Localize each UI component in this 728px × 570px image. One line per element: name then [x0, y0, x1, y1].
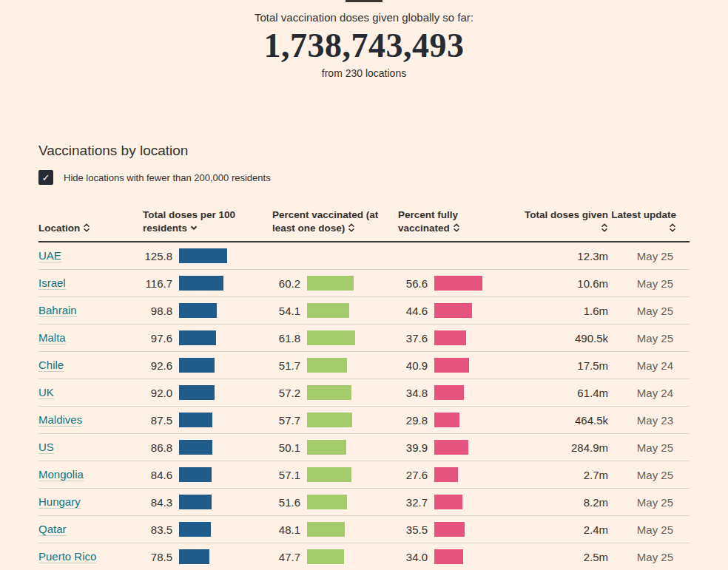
pct-one-dose-cell: 51.7 [272, 358, 398, 373]
pct-fully-vaccinated-cell: 40.9 [398, 358, 518, 373]
latest-update-cell: May 24 [608, 387, 690, 399]
location-link[interactable]: UK [38, 386, 54, 399]
sort-icon[interactable] [190, 222, 198, 235]
sort-icon[interactable] [601, 222, 608, 235]
doses-per-100-bar [179, 385, 215, 400]
doses-per-100-cell: 86.8 [143, 440, 272, 455]
pct-fully-vaccinated-value: 56.6 [398, 277, 428, 290]
doses-per-100-bar [179, 276, 223, 291]
pct-fully-vaccinated-cell: 56.6 [398, 276, 518, 291]
total-doses-cell: 2.5m [518, 551, 608, 563]
doses-per-100-value: 84.6 [143, 469, 172, 481]
pct-one-dose-bar [307, 358, 347, 373]
hide-small-locations-checkbox[interactable]: ✓ [38, 170, 53, 185]
doses-per-100-cell: 83.5 [143, 522, 272, 537]
pct-fully-vaccinated-cell: 39.9 [398, 440, 518, 455]
pct-one-dose-value: 47.7 [272, 551, 300, 563]
pct-fully-vaccinated-value: 34.0 [398, 551, 428, 563]
doses-per-100-value: 83.5 [143, 523, 172, 536]
table-row: US 86.8 50.1 39.9 284.9m May 25 [38, 434, 690, 461]
latest-update-cell: May 24 [608, 359, 690, 372]
doses-per-100-cell: 116.7 [143, 276, 272, 291]
pct-one-dose-cell: 48.1 [272, 522, 398, 537]
location-link[interactable]: Israel [38, 276, 66, 290]
hero-locations-note: from 230 locations [0, 67, 728, 79]
pct-one-dose-bar [307, 549, 344, 564]
pct-one-dose-cell: 57.7 [272, 413, 398, 427]
total-doses-cell: 10.6m [518, 277, 608, 290]
latest-update-cell: May 25 [608, 496, 690, 509]
latest-update-cell: May 25 [608, 469, 690, 481]
pct-fully-vaccinated-cell: 34.8 [398, 385, 518, 400]
doses-per-100-value: 116.7 [143, 277, 172, 290]
col-header-pct-one-dose[interactable]: Percent vaccinated (at least one dose) [272, 208, 385, 235]
sort-icon[interactable] [83, 222, 90, 235]
doses-per-100-bar [179, 248, 227, 263]
pct-fully-vaccinated-cell: 32.7 [398, 495, 518, 509]
location-link[interactable]: Qatar [38, 523, 67, 536]
pct-one-dose-cell: 61.8 [272, 330, 398, 345]
col-header-location[interactable]: Location [38, 222, 143, 235]
vaccine-tracker-page: Total vaccination doses given globally s… [0, 0, 728, 570]
total-doses-cell: 1.6m [518, 305, 608, 317]
pct-fully-vaccinated-bar [434, 358, 469, 373]
location-link[interactable]: Chile [38, 359, 64, 372]
hero-subtitle: Total vaccination doses given globally s… [0, 11, 728, 24]
pct-fully-vaccinated-value: 32.7 [398, 496, 428, 509]
doses-per-100-cell: 84.3 [143, 495, 272, 509]
pct-fully-vaccinated-cell: 44.6 [398, 303, 518, 318]
pct-one-dose-cell: 60.2 [272, 276, 398, 291]
pct-fully-vaccinated-cell: 27.6 [398, 467, 518, 482]
sort-icon[interactable] [669, 222, 676, 235]
pct-fully-vaccinated-value: 34.8 [398, 387, 428, 399]
pct-fully-vaccinated-value: 29.8 [398, 414, 428, 427]
pct-one-dose-cell: 57.2 [272, 385, 398, 400]
table-row: Qatar 83.5 48.1 35.5 2.4m May 25 [38, 516, 690, 543]
checkmark-icon: ✓ [42, 173, 50, 183]
total-doses-cell: 2.7m [518, 469, 608, 481]
pct-one-dose-cell: 51.6 [272, 495, 398, 509]
pct-fully-vaccinated-cell: 35.5 [398, 522, 518, 537]
total-doses-cell: 8.2m [518, 496, 608, 509]
location-link[interactable]: Maldives [38, 413, 82, 427]
pct-fully-vaccinated-bar [434, 549, 463, 564]
pct-fully-vaccinated-bar [434, 385, 464, 400]
global-total-header: Total vaccination doses given globally s… [0, 2, 728, 79]
pct-one-dose-cell: 54.1 [272, 303, 398, 318]
doses-per-100-cell: 92.6 [143, 358, 272, 373]
location-link[interactable]: Malta [38, 331, 66, 345]
pct-one-dose-bar [307, 522, 345, 537]
pct-fully-vaccinated-value: 40.9 [398, 359, 428, 372]
pct-one-dose-value: 50.1 [272, 441, 300, 454]
doses-per-100-cell: 92.0 [143, 385, 272, 400]
pct-one-dose-bar [307, 467, 351, 482]
vaccinations-by-location-section: Vaccinations by location ✓ Hide location… [38, 143, 690, 570]
col-header-total-doses[interactable]: Total doses given [518, 208, 608, 235]
latest-update-cell: May 25 [608, 277, 690, 290]
location-link[interactable]: Hungary [38, 495, 81, 509]
col-header-doses-per-100[interactable]: Total doses per 100 residents [143, 208, 246, 235]
pct-fully-vaccinated-bar [434, 467, 458, 482]
pct-fully-vaccinated-value: 35.5 [398, 523, 428, 536]
location-link[interactable]: Bahrain [38, 304, 77, 317]
doses-per-100-cell: 125.8 [143, 248, 272, 263]
sort-icon[interactable] [348, 222, 355, 235]
col-header-pct-fully[interactable]: Percent fully vaccinated [398, 208, 476, 235]
doses-per-100-cell: 78.5 [143, 549, 272, 564]
doses-per-100-value: 92.6 [143, 359, 172, 372]
vaccinations-table: Location Total doses per 100 residents P… [38, 208, 690, 570]
pct-fully-vaccinated-bar [434, 440, 468, 455]
location-link[interactable]: UAE [38, 249, 61, 262]
location-link[interactable]: Puerto Rico [38, 550, 96, 563]
latest-update-cell: May 25 [608, 250, 690, 262]
doses-per-100-bar [179, 330, 216, 345]
pct-fully-vaccinated-value: 39.9 [398, 441, 428, 454]
global-total-doses: 1,738,743,493 [0, 29, 728, 63]
pct-one-dose-bar [307, 440, 346, 455]
pct-one-dose-cell: 57.1 [272, 467, 398, 482]
col-header-latest-update[interactable]: Latest update [608, 208, 690, 235]
location-link[interactable]: Mongolia [38, 468, 84, 481]
location-link[interactable]: US [38, 441, 54, 454]
filter-label: Hide locations with fewer than 200,000 r… [64, 172, 271, 183]
sort-icon[interactable] [453, 222, 460, 235]
